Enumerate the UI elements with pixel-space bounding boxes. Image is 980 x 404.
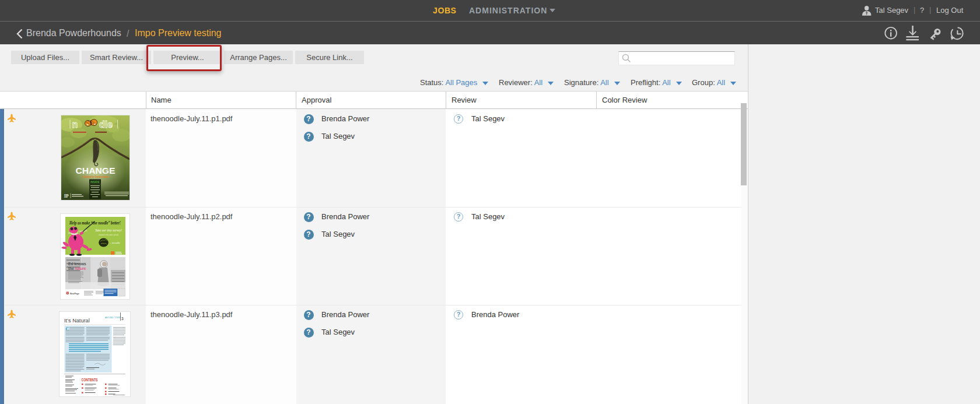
svg-text:INSIDE: INSIDE <box>90 180 100 184</box>
svg-text:dle: dle <box>99 120 113 129</box>
svg-text:CONTENTS: CONTENTS <box>82 378 98 382</box>
svg-text:: noodle: : noodle <box>110 241 120 244</box>
svg-text:the future: the future <box>68 266 86 270</box>
svg-text:Take our tiny survey!: Take our tiny survey! <box>95 229 122 232</box>
svg-text:(located in the center spread): (located in the center spread) <box>99 234 118 236</box>
svg-text:n: n <box>72 120 78 129</box>
svg-text:NewPage: NewPage <box>70 293 79 295</box>
svg-text:3: 3 <box>121 317 124 321</box>
svg-text:CHANGE: CHANGE <box>76 166 116 175</box>
svg-text:Help us make “the noodle” bett: Help us make “the noodle” better! <box>69 220 121 226</box>
svg-text:It’s Natural: It’s Natural <box>64 318 90 324</box>
svg-text:A Catalyst for Transformation: A Catalyst for Transformation <box>82 175 109 178</box>
svg-text:AROUND TOWN: AROUND TOWN <box>105 317 120 319</box>
svg-text:Ed knows: Ed knows <box>68 262 86 266</box>
svg-text:IP: IP <box>64 194 69 199</box>
